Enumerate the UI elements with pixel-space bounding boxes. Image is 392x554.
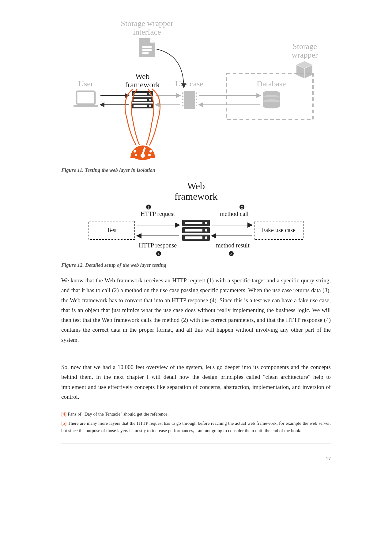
footnote-4: [4] Fans of "Day of the Tentacle" should… — [61, 410, 331, 418]
footnotes: [4] Fans of "Day of the Tentacle" should… — [61, 410, 331, 434]
section-separator — [61, 354, 331, 354]
svg-rect-15 — [182, 92, 183, 94]
page-number: 17 — [61, 456, 331, 462]
web-framework-label-2: framework — [125, 80, 160, 89]
cube-icon — [296, 61, 312, 78]
laptop-icon — [74, 91, 98, 107]
web-framework-title-2: framework — [175, 191, 217, 202]
svg-rect-4 — [74, 105, 98, 107]
footnote-5: [5] There are many more layers that the … — [61, 420, 331, 434]
document-icon — [139, 38, 155, 57]
footnote-5-text: There are many more layers that the HTTP… — [61, 421, 331, 433]
svg-point-37 — [149, 150, 152, 153]
database-icon — [263, 91, 280, 108]
fake-use-case-label: Fake use case — [262, 227, 296, 233]
figure-11-svg: Storage wrapper interface Storage wrappe… — [61, 18, 331, 165]
figure-11: Storage wrapper interface Storage wrappe… — [61, 18, 331, 173]
svg-rect-19 — [182, 105, 183, 106]
figure-12: Web framework Test Fake use case — [61, 181, 331, 268]
gauge-icon — [130, 145, 155, 160]
svg-point-44 — [205, 222, 207, 224]
footnote-4-text: Fans of "Day of the Tentacle" should get… — [68, 412, 168, 416]
test-label: Test — [107, 227, 117, 233]
storage-wrapper-interface-label-1: Storage wrapper — [121, 19, 173, 28]
svg-rect-6 — [134, 93, 147, 95]
svg-point-50 — [205, 236, 207, 239]
storage-wrapper-interface-label-2: interface — [133, 28, 161, 36]
server-icon-2 — [182, 220, 210, 241]
storage-wrapper-label-2: wrapper — [292, 51, 318, 59]
method-call-label: method call — [220, 210, 249, 217]
footnote-4-num: 4 — [63, 412, 65, 416]
svg-rect-24 — [196, 105, 197, 106]
svg-rect-23 — [196, 102, 197, 103]
footnote-5-num: 5 — [63, 421, 65, 426]
svg-point-36 — [148, 154, 151, 156]
http-request-label: HTTP request — [141, 210, 175, 217]
method-result-label: method result — [216, 242, 250, 249]
server-icon — [132, 91, 153, 108]
user-label: User — [78, 79, 93, 88]
page-footer-separator — [61, 443, 331, 444]
svg-rect-12 — [134, 105, 147, 107]
step-3-num: 3 — [230, 252, 232, 256]
figure-12-caption: Figure 12. Detailed setup of the web lay… — [61, 262, 331, 268]
svg-rect-18 — [182, 102, 183, 103]
svg-rect-2 — [142, 52, 149, 54]
svg-point-13 — [149, 105, 151, 107]
svg-rect-43 — [185, 222, 202, 224]
storage-wrapper-label-1: Storage — [292, 42, 317, 51]
svg-point-10 — [149, 99, 151, 101]
figure-11-caption: Figure 11. Testing the web layer in isol… — [61, 167, 331, 173]
svg-point-34 — [135, 154, 137, 156]
svg-rect-14 — [184, 91, 195, 109]
svg-rect-9 — [134, 99, 147, 101]
svg-rect-49 — [185, 236, 202, 239]
http-response-label: HTTP response — [139, 242, 177, 249]
svg-rect-21 — [196, 96, 197, 97]
svg-point-47 — [205, 229, 207, 232]
svg-rect-20 — [196, 92, 197, 94]
svg-rect-16 — [182, 96, 183, 97]
web-framework-label-1: Web — [135, 72, 150, 81]
svg-point-35 — [134, 150, 136, 153]
step-1-num: 1 — [148, 205, 149, 209]
step-4-num: 4 — [158, 252, 160, 256]
svg-rect-3 — [77, 91, 95, 104]
svg-rect-1 — [142, 49, 152, 51]
svg-rect-22 — [196, 99, 197, 100]
paragraph-2: So, now that we had a 10,000 feet overvi… — [61, 362, 331, 402]
paragraph-1: We know that the Web framework receives … — [61, 276, 331, 345]
step-2-num: 2 — [241, 205, 243, 209]
figure-12-svg: Web framework Test Fake use case — [80, 181, 312, 260]
svg-rect-0 — [142, 46, 152, 48]
svg-rect-17 — [182, 99, 183, 100]
chip-icon — [182, 91, 197, 109]
database-label: Database — [257, 79, 286, 88]
use-case-label: Use case — [175, 79, 203, 88]
svg-rect-46 — [185, 229, 202, 232]
web-framework-title-1: Web — [187, 181, 205, 191]
